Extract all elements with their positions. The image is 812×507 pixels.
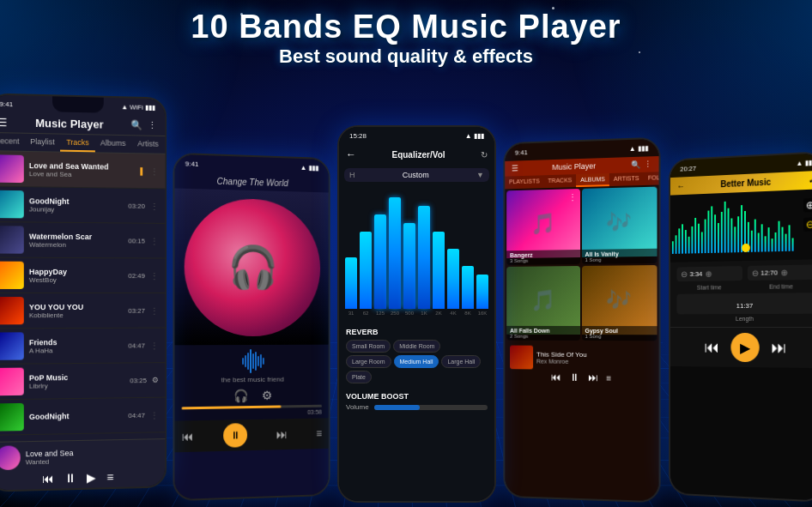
volume-section: VOLUME BOOST Volume <box>339 389 494 414</box>
minus-icon[interactable]: ⊖ <box>681 269 688 279</box>
start-time-ctrl: ⊖ 3:34 ⊕ <box>676 266 742 281</box>
track-duration: 04:47 <box>128 341 145 349</box>
eq-bar-500[interactable] <box>403 223 415 309</box>
next-btn-5[interactable]: ⏭ <box>771 339 786 357</box>
reverb-medium-hall[interactable]: Medium Hall <box>394 355 439 368</box>
minus-icon-end[interactable]: ⊖ <box>751 269 758 278</box>
now-playing-info: This Side Of You Rex Monroe <box>536 351 587 365</box>
better-music-title: Better Music <box>720 178 771 190</box>
mini-prev[interactable]: ⏮ <box>550 371 561 383</box>
track-more[interactable]: ⋮ <box>150 271 159 281</box>
tab-albums[interactable]: ALBUMS <box>576 173 609 187</box>
eq-preset-selector[interactable]: H Custom ▼ <box>344 168 489 182</box>
tab-artists[interactable]: Artists <box>130 136 165 154</box>
reverb-large-room[interactable]: Large Room <box>346 355 391 368</box>
track-info: Love and Sea Wanted Love and Sea <box>29 161 136 179</box>
more-icon[interactable]: ⋮ <box>148 120 157 131</box>
album-cell-gypsy[interactable]: 🎶 Gypsy Soul 1 Song <box>581 265 657 341</box>
track-thumb <box>0 154 24 183</box>
mini-playlist[interactable]: ≡ <box>606 373 611 383</box>
tab-folders[interactable]: FOLDE... <box>644 172 659 185</box>
plus-icon-end[interactable]: ⊕ <box>780 268 787 277</box>
play-btn-orange[interactable]: ⏸ <box>223 423 247 448</box>
zoom-out-icon[interactable]: ⊖ <box>803 217 812 232</box>
reverb-small-room[interactable]: Small Room <box>346 340 391 353</box>
eq-bar-31[interactable] <box>345 257 357 309</box>
albums-grid: 🎵 Bangerz 3 Songs ⋮ 🎶 All Is Vanity 1 So… <box>505 185 658 343</box>
zoom-in-icon[interactable]: ⊕ <box>803 198 812 213</box>
play-btn-5[interactable]: ▶ <box>730 333 759 362</box>
track-more[interactable]: ⋮ <box>150 201 159 210</box>
track-name: Watermelon Scar <box>29 232 124 241</box>
mini-next[interactable]: ⏭ <box>588 371 598 383</box>
track-more[interactable]: ⋮ <box>150 236 159 245</box>
track-item[interactable]: GoodNight Jounijay 03:20 ⋮ <box>0 187 165 224</box>
reverb-large-hall[interactable]: Large Hall <box>441 355 481 368</box>
eq-sliders-icon[interactable]: ⚙ <box>261 389 272 402</box>
track-item[interactable]: YOU YOU YOU Kobibliente 03:27 ⋮ <box>0 293 165 329</box>
reverb-plate[interactable]: Plate <box>346 371 372 383</box>
check-icon[interactable]: ✓ <box>809 175 812 185</box>
track-item[interactable]: Love and Sea Wanted Love and Sea ▌ ⋮ <box>0 151 165 189</box>
back-btn-3[interactable]: ← <box>346 148 356 160</box>
album-more-bangerz[interactable]: ⋮ <box>568 192 577 202</box>
albums-more[interactable]: ⋮ <box>644 160 651 168</box>
track-more[interactable]: ⋮ <box>150 410 159 419</box>
eq-bar-2k[interactable] <box>433 232 445 309</box>
pause-button[interactable]: ⏸ <box>64 471 76 485</box>
prev-btn-5[interactable]: ⏮ <box>704 338 718 356</box>
headphone-icon-ctrl[interactable]: 🎧 <box>233 389 248 402</box>
svg-rect-34 <box>785 234 787 251</box>
next-btn-2[interactable]: ⏭ <box>276 427 288 441</box>
status-bar-3: 15:28 ▲ ▮▮▮ <box>339 127 494 144</box>
reverb-middle-room[interactable]: Middle Room <box>393 340 440 353</box>
track-name: GoodNight <box>29 411 124 421</box>
track-indicator: ▌ <box>140 167 145 175</box>
eq-band: 2K <box>433 232 445 316</box>
tab-artists[interactable]: ARTISTS <box>609 172 644 186</box>
track-more[interactable]: ⋮ <box>150 305 159 315</box>
eq-bar-8k[interactable] <box>462 266 474 309</box>
playlist-icon-2[interactable]: ≡ <box>316 427 322 439</box>
album-cell-falls[interactable]: 🎵 All Falls Down 2 Songs <box>506 266 579 341</box>
volume-bar[interactable] <box>374 405 488 410</box>
albums-search[interactable]: 🔍 <box>631 160 640 169</box>
tab-recent[interactable]: Recent <box>0 133 25 151</box>
albums-header-icons: 🔍 ⋮ <box>631 160 651 169</box>
mini-pause[interactable]: ⏸ <box>569 371 579 383</box>
search-icon[interactable]: 🔍 <box>130 119 142 130</box>
back-btn-5[interactable]: ← <box>676 181 684 190</box>
track-item[interactable]: Friends A HaHa 04:47 ⋮ <box>0 329 165 365</box>
tab-tracks[interactable]: Tracks <box>60 135 95 153</box>
track-more[interactable]: ⋮ <box>150 341 159 350</box>
settings-icon[interactable]: ⚙ <box>152 376 159 384</box>
prev-button[interactable]: ⏮ <box>42 472 54 486</box>
track-duration: 00:15 <box>128 237 145 244</box>
prev-btn-2[interactable]: ⏮ <box>182 429 194 444</box>
tab-albums[interactable]: Albums <box>95 135 130 153</box>
track-item[interactable]: PoP Music Librlry 03:25 ⚙ <box>0 363 165 400</box>
eq-bar-1k[interactable] <box>418 206 430 309</box>
eq-bar-250[interactable] <box>389 197 401 309</box>
eq-bar-4k[interactable] <box>447 249 459 309</box>
track-name: GoodNight <box>29 196 124 206</box>
plus-icon[interactable]: ⊕ <box>705 269 712 279</box>
albums-menu[interactable]: ☰ <box>512 164 518 172</box>
tab-tracks[interactable]: TRACKS <box>544 174 577 188</box>
track-more[interactable]: ⋮ <box>150 166 159 176</box>
playlist-button[interactable]: ≡ <box>106 470 113 484</box>
menu-icon[interactable]: ☰ <box>0 116 8 128</box>
track-item[interactable]: GoodNight 04:47 ⋮ <box>0 398 165 436</box>
album-cell-vanity[interactable]: 🎶 All Is Vanity 1 Song <box>581 187 657 264</box>
next-button[interactable]: ▶ <box>87 471 96 485</box>
track-item[interactable]: Watermelon Scar Watermelon 00:15 ⋮ <box>0 222 165 258</box>
tab-playlists[interactable]: PLAYLISTS <box>505 175 543 189</box>
eq-bar-125[interactable] <box>374 214 386 309</box>
track-item[interactable]: HappyDay WestBoy 02:49 ⋮ <box>0 258 165 293</box>
eq-bar-16k[interactable] <box>476 275 488 309</box>
eq-header: ← Equalizer/Vol ↻ <box>339 144 494 165</box>
eq-bar-62[interactable] <box>360 232 372 309</box>
album-cell-bangerz[interactable]: 🎵 Bangerz 3 Songs ⋮ <box>506 189 579 264</box>
tab-playlist[interactable]: Playlist <box>25 134 60 152</box>
eq-refresh[interactable]: ↻ <box>481 150 488 160</box>
